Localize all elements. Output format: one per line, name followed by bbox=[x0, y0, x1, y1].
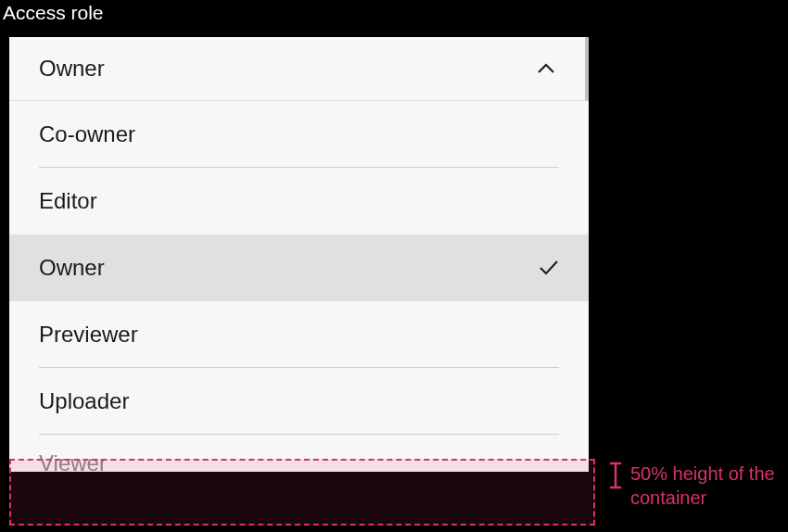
dropdown-option-previewer[interactable]: Previewer bbox=[9, 301, 589, 368]
field-label: Access role bbox=[0, 0, 788, 32]
access-role-dropdown: Owner Co-owner Editor Owner Previewer Up… bbox=[9, 37, 589, 472]
chevron-up-icon bbox=[537, 59, 555, 78]
dropdown-option-uploader[interactable]: Uploader bbox=[9, 368, 589, 435]
option-label: Co-owner bbox=[39, 121, 135, 147]
dropdown-option-editor[interactable]: Editor bbox=[9, 168, 589, 234]
dropdown-option-owner[interactable]: Owner bbox=[9, 234, 589, 301]
annotation-text: 50% height of the container bbox=[630, 462, 779, 510]
dropdown-option-co-owner[interactable]: Co-owner bbox=[9, 101, 589, 168]
annotation-measure: 50% height of the container bbox=[608, 462, 779, 510]
dropdown-selected-value: Owner bbox=[39, 56, 105, 82]
option-label: Uploader bbox=[39, 388, 129, 414]
dropdown-menu: Co-owner Editor Owner Previewer Uploader… bbox=[9, 101, 589, 472]
dropdown-option-viewer[interactable]: Viewer bbox=[9, 435, 589, 472]
dropdown-toggle[interactable]: Owner bbox=[9, 37, 589, 101]
check-icon bbox=[539, 258, 559, 278]
option-label: Viewer bbox=[39, 450, 107, 472]
option-label: Previewer bbox=[39, 322, 138, 348]
option-label: Editor bbox=[39, 188, 97, 214]
measure-indicator-icon bbox=[608, 462, 623, 489]
option-label: Owner bbox=[39, 255, 105, 281]
